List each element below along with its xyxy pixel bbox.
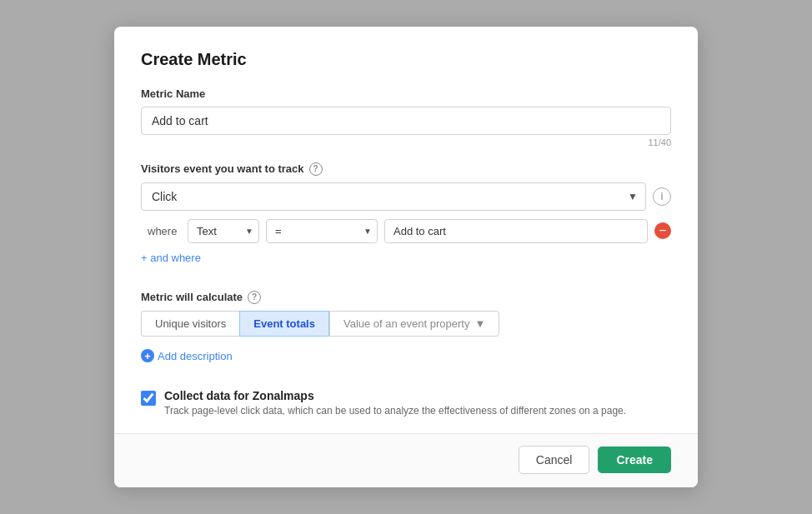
event-property-dropdown-arrow-icon: ▼ xyxy=(474,317,485,330)
metric-calculate-label: Metric will calculate ? xyxy=(141,291,671,304)
zonalmaps-label-group: Collect data for Zonalmaps Track page-le… xyxy=(164,389,626,417)
modal-title: Create Metric xyxy=(141,50,671,69)
remove-where-button[interactable]: − xyxy=(654,222,671,239)
type-dropdown-wrapper: Text Number Boolean ▼ xyxy=(188,219,259,243)
char-count: 11/40 xyxy=(141,137,671,147)
metric-name-label: Metric Name xyxy=(141,87,671,100)
zonalmaps-checkbox[interactable] xyxy=(141,391,156,406)
add-description-link[interactable]: + Add description xyxy=(141,349,233,362)
metric-calculate-help-icon[interactable]: ? xyxy=(248,291,261,304)
event-track-label: Visitors event you want to track ? xyxy=(141,162,671,176)
tab-event-totals[interactable]: Event totals xyxy=(239,311,329,337)
value-of-event-property-button[interactable]: Value of an event property ▼ xyxy=(329,311,499,337)
event-track-help-icon[interactable]: ? xyxy=(309,162,323,176)
cancel-button[interactable]: Cancel xyxy=(519,446,590,474)
tab-unique-visitors[interactable]: Unique visitors xyxy=(141,311,239,337)
where-label: where xyxy=(148,225,181,237)
modal-overlay: Create Metric Metric Name 11/40 Visitors… xyxy=(0,0,812,514)
where-row: where Text Number Boolean ▼ = != contain… xyxy=(148,219,671,243)
add-description-row: + Add description xyxy=(141,348,671,378)
add-description-plus-icon: + xyxy=(141,349,154,362)
add-where-link[interactable]: + and where xyxy=(141,252,201,264)
zonalmaps-description: Track page-level click data, which can b… xyxy=(164,405,626,417)
event-dropdown-wrapper: Click Page View Custom Event ▼ xyxy=(141,182,646,211)
event-info-icon[interactable]: i xyxy=(653,187,671,206)
metric-calculate-section: Metric will calculate ? Unique visitors … xyxy=(141,291,671,337)
metric-name-section: Metric Name 11/40 xyxy=(141,87,671,147)
create-metric-modal: Create Metric Metric Name 11/40 Visitors… xyxy=(114,27,698,488)
operator-dropdown-wrapper: = != contains does not contain ▼ xyxy=(266,219,378,243)
event-select-row: Click Page View Custom Event ▼ i xyxy=(141,182,671,211)
modal-footer: Cancel Create xyxy=(114,433,698,487)
event-track-section: Visitors event you want to track ? Click… xyxy=(141,162,671,281)
event-dropdown[interactable]: Click Page View Custom Event xyxy=(141,182,646,211)
zonalmaps-checkbox-section: Collect data for Zonalmaps Track page-le… xyxy=(141,389,671,417)
operator-dropdown[interactable]: = != contains does not contain xyxy=(266,219,378,243)
where-value-input[interactable] xyxy=(384,219,648,243)
zonalmaps-title: Collect data for Zonalmaps xyxy=(164,389,626,402)
create-button[interactable]: Create xyxy=(598,447,671,473)
metric-name-input[interactable] xyxy=(141,107,671,135)
type-dropdown[interactable]: Text Number Boolean xyxy=(188,219,259,243)
metric-calculate-tab-group: Unique visitors Event totals Value of an… xyxy=(141,311,671,337)
